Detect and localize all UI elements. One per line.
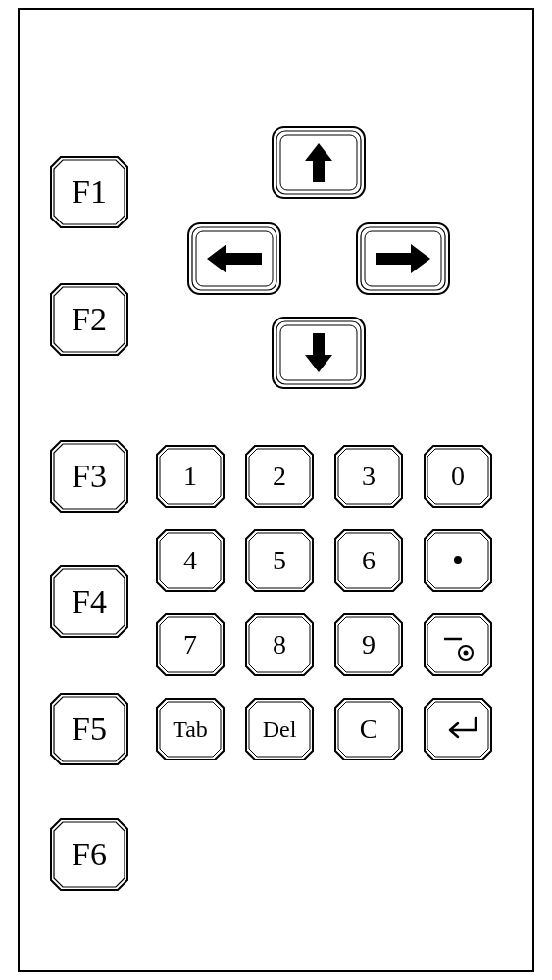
- key-3-label: 3: [362, 463, 376, 490]
- key-c-label: C: [360, 715, 378, 743]
- arrow-up-icon: [299, 141, 338, 184]
- key-tab-label: Tab: [173, 717, 208, 741]
- key-0[interactable]: 0: [423, 444, 493, 509]
- key-sign[interactable]: [423, 612, 493, 677]
- arrow-left-icon: [205, 242, 264, 275]
- key-8-label: 8: [273, 631, 286, 659]
- f5-key[interactable]: F5: [49, 692, 129, 766]
- svg-point-14: [464, 651, 469, 656]
- arrow-left-key[interactable]: [186, 221, 282, 296]
- f3-key[interactable]: F3: [49, 439, 129, 514]
- key-0-label: 0: [451, 463, 465, 490]
- key-8[interactable]: 8: [244, 612, 315, 677]
- key-1-label: 1: [183, 463, 197, 490]
- arrow-right-icon: [374, 242, 432, 275]
- key-4[interactable]: 4: [155, 528, 226, 593]
- enter-icon: [436, 714, 479, 744]
- f6-label: F6: [72, 838, 107, 871]
- key-3[interactable]: 3: [333, 444, 404, 509]
- plus-minus-icon: [438, 625, 477, 664]
- key-2-label: 2: [273, 463, 286, 490]
- key-del-label: Del: [263, 717, 297, 741]
- arrow-up-key[interactable]: [271, 125, 367, 200]
- f1-label: F1: [72, 175, 107, 209]
- key-9[interactable]: 9: [333, 612, 404, 677]
- key-dot[interactable]: •: [423, 528, 493, 593]
- key-del[interactable]: Del: [244, 697, 315, 761]
- f6-key[interactable]: F6: [49, 817, 129, 892]
- device-panel: F1 F2 F3 F4 F5 F6: [18, 8, 534, 972]
- f4-key[interactable]: F4: [49, 564, 129, 639]
- key-c[interactable]: C: [333, 697, 404, 761]
- f4-label: F4: [72, 585, 107, 618]
- key-6-label: 6: [362, 547, 376, 574]
- f3-label: F3: [72, 460, 107, 493]
- key-2[interactable]: 2: [244, 444, 315, 509]
- key-enter[interactable]: [423, 697, 493, 761]
- key-1[interactable]: 1: [155, 444, 226, 509]
- key-7[interactable]: 7: [155, 612, 226, 677]
- arrow-right-key[interactable]: [355, 221, 451, 296]
- f2-label: F2: [72, 303, 107, 336]
- key-tab[interactable]: Tab: [155, 697, 226, 761]
- arrow-down-key[interactable]: [271, 316, 367, 390]
- key-4-label: 4: [183, 547, 197, 574]
- f2-key[interactable]: F2: [49, 282, 129, 357]
- key-7-label: 7: [183, 631, 197, 659]
- arrow-down-icon: [299, 331, 338, 374]
- key-6[interactable]: 6: [333, 528, 404, 593]
- f5-label: F5: [72, 712, 107, 746]
- key-5-label: 5: [273, 547, 286, 574]
- key-5[interactable]: 5: [244, 528, 315, 593]
- f1-key[interactable]: F1: [49, 155, 129, 229]
- key-dot-label: •: [452, 544, 464, 577]
- key-9-label: 9: [362, 631, 376, 659]
